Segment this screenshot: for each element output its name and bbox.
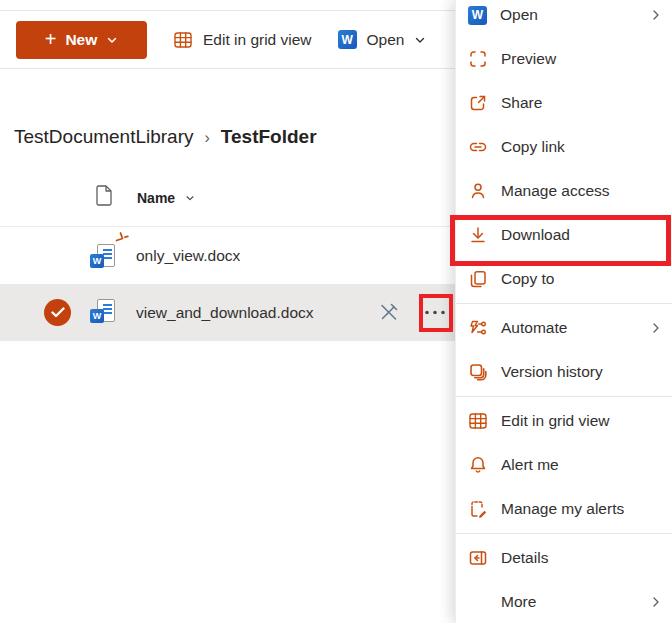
menu-item-edit-in-grid-view[interactable]: Edit in grid view (456, 399, 672, 443)
chevron-down-icon (106, 34, 118, 46)
breadcrumb: TestDocumentLibrary › TestFolder (14, 126, 317, 148)
word-logo-icon: W (468, 6, 487, 25)
link-icon (468, 137, 488, 157)
history-icon (468, 362, 488, 382)
grid-icon (468, 411, 488, 431)
menu-item-more[interactable]: More (456, 580, 672, 623)
file-name[interactable]: only_view.docx (136, 247, 240, 265)
preview-icon (468, 49, 488, 69)
bell-icon (468, 455, 488, 475)
open-button-label: Open (367, 31, 405, 49)
automate-icon (468, 318, 488, 338)
copy-icon (468, 269, 488, 289)
more-actions-ellipsis-button[interactable] (423, 308, 447, 317)
menu-divider (456, 533, 672, 534)
menu-divider (456, 396, 672, 397)
grid-icon (173, 30, 193, 50)
file-row-selected[interactable]: W view_and_download.docx (0, 284, 456, 341)
new-item-badge-icon (114, 230, 130, 244)
word-logo-icon: W (338, 30, 357, 49)
breadcrumb-separator: › (205, 129, 210, 147)
chevron-right-icon (650, 596, 662, 608)
new-button[interactable]: + New (16, 21, 147, 59)
chevron-right-icon (650, 9, 662, 21)
details-icon (468, 548, 488, 568)
command-bar: + New Edit in grid view W Open (0, 10, 456, 69)
menu-item-version-history[interactable]: Version history (456, 350, 672, 394)
menu-item-open[interactable]: W Open (456, 0, 672, 37)
menu-item-copy-to[interactable]: Copy to (456, 257, 672, 301)
file-name[interactable]: view_and_download.docx (136, 304, 314, 322)
alerts-icon (468, 499, 488, 519)
breadcrumb-current-folder: TestFolder (221, 126, 317, 148)
word-document-icon: W (90, 244, 115, 269)
menu-item-copy-link[interactable]: Copy link (456, 125, 672, 169)
menu-divider (456, 303, 672, 304)
share-icon (468, 93, 488, 113)
menu-item-share[interactable]: Share (456, 81, 672, 125)
menu-item-automate[interactable]: Automate (456, 306, 672, 350)
edit-in-grid-view-label: Edit in grid view (203, 31, 312, 49)
context-menu: W Open Preview (455, 0, 672, 623)
menu-item-manage-access[interactable]: Manage access (456, 169, 672, 213)
menu-item-download[interactable]: Download (456, 213, 672, 257)
menu-item-manage-my-alerts[interactable]: Manage my alerts (456, 487, 672, 531)
chevron-right-icon (650, 322, 662, 334)
open-button[interactable]: W Open (338, 30, 427, 49)
breadcrumb-library-link[interactable]: TestDocumentLibrary (14, 126, 194, 148)
plus-icon: + (45, 29, 57, 49)
file-row[interactable]: W only_view.docx (0, 228, 456, 284)
selected-check-icon[interactable] (44, 299, 71, 326)
menu-item-alert-me[interactable]: Alert me (456, 443, 672, 487)
name-column-header[interactable]: Name (137, 190, 195, 206)
word-document-icon: W (90, 299, 115, 324)
menu-item-preview[interactable]: Preview (456, 37, 672, 81)
chevron-down-icon (185, 193, 195, 203)
menu-item-details[interactable]: Details (456, 536, 672, 580)
sharepoint-library-page: + New Edit in grid view W Open (0, 0, 672, 623)
pin-slash-icon (378, 301, 400, 323)
edit-in-grid-view-button[interactable]: Edit in grid view (173, 30, 312, 50)
new-button-label: New (65, 31, 97, 49)
download-icon (468, 225, 488, 245)
file-type-column-icon (95, 185, 113, 206)
column-header-row: Name (0, 183, 456, 227)
chevron-down-icon (414, 34, 426, 46)
person-icon (468, 181, 488, 201)
